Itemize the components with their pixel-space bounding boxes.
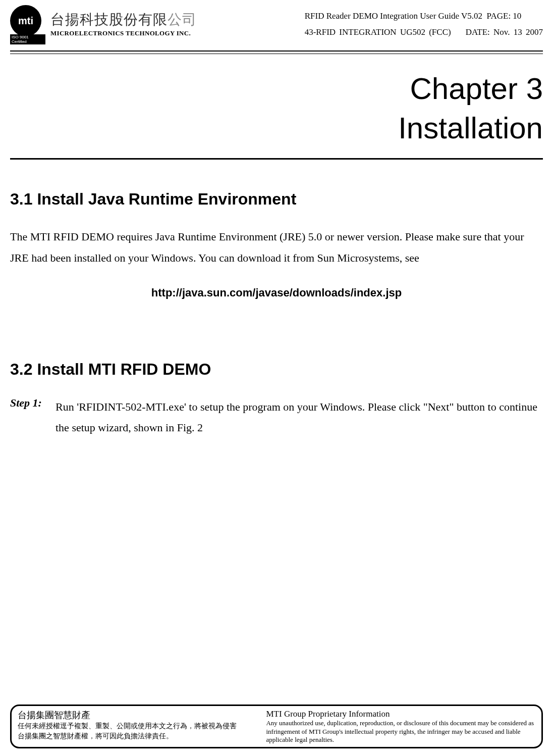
company-name-english: MICROELECTRONICS TECHNOLOGY INC.: [50, 29, 197, 37]
chapter-title: Chapter 3 Installation: [0, 54, 553, 153]
logo-text: mti: [18, 15, 33, 27]
java-download-url: http://java.sun.com/javase/downloads/ind…: [10, 286, 543, 299]
company-logo: mti ISO 9001 Certified: [10, 5, 45, 40]
chapter-name: Installation: [10, 109, 543, 148]
footer-chinese: 台揚集團智慧財產 任何未經授權逕予複製、重製、公開或使用本文之行為，將被視為侵害…: [18, 709, 266, 744]
company-name-chinese: 台揚科技股份有限公司: [50, 10, 197, 29]
footer-cn-line2: 台揚集團之智慧財產權，將可因此負擔法律責任。: [18, 731, 266, 741]
logo-block: mti ISO 9001 Certified 台揚科技股份有限公司 MICROE…: [10, 5, 197, 40]
company-name-cn-suffix: 公司: [168, 12, 197, 27]
doc-date: DATE: Nov. 13 2007: [466, 27, 543, 37]
chapter-number: Chapter 3: [10, 69, 543, 109]
doc-title: RFID Reader DEMO Integration User Guide …: [305, 11, 482, 21]
step-1-text: Run 'RFIDINT-502-MTI.exe' to setup the p…: [56, 396, 543, 439]
header-divider: [10, 51, 543, 54]
step-1-label: Step 1:: [10, 396, 56, 439]
footer-en-heading: MTI Group Proprietary Information: [266, 709, 535, 719]
section-3-1-paragraph: The MTI RFID DEMO requires Java Runtime …: [10, 226, 543, 269]
section-3-1-heading: 3.1 Install Java Runtime Environment: [10, 190, 543, 209]
content-area: 3.1 Install Java Runtime Environment The…: [0, 190, 553, 438]
doc-code: 43-RFID INTEGRATION UG502 (FCC): [305, 27, 451, 37]
chapter-divider: [10, 158, 543, 160]
doc-code-line: 43-RFID INTEGRATION UG502 (FCC) DATE: No…: [305, 27, 543, 37]
page-footer: 台揚集團智慧財產 任何未經授權逕予複製、重製、公開或使用本文之行為，將被視為侵害…: [10, 704, 543, 748]
logo-circle-icon: mti: [10, 5, 41, 36]
footer-english: MTI Group Proprietary Information Any un…: [266, 709, 535, 744]
footer-cn-line1: 任何未經授權逕予複製、重製、公開或使用本文之行為，將被視為侵害: [18, 721, 266, 731]
header-doc-info: RFID Reader DEMO Integration User Guide …: [305, 5, 543, 40]
doc-title-line: RFID Reader DEMO Integration User Guide …: [305, 11, 543, 21]
step-1-block: Step 1: Run 'RFIDINT-502-MTI.exe' to set…: [10, 396, 543, 439]
footer-en-text: Any unauthorized use, duplication, repro…: [266, 719, 535, 744]
section-3-2-heading: 3.2 Install MTI RFID DEMO: [10, 360, 543, 379]
page-header: mti ISO 9001 Certified 台揚科技股份有限公司 MICROE…: [0, 0, 553, 40]
page-number: PAGE: 10: [487, 11, 522, 21]
footer-cn-heading: 台揚集團智慧財產: [18, 709, 266, 721]
company-name-cn-main: 台揚科技股份有限: [50, 12, 168, 27]
iso-cert-badge: ISO 9001 Certified: [10, 34, 45, 44]
company-name-block: 台揚科技股份有限公司 MICROELECTRONICS TECHNOLOGY I…: [50, 5, 197, 37]
